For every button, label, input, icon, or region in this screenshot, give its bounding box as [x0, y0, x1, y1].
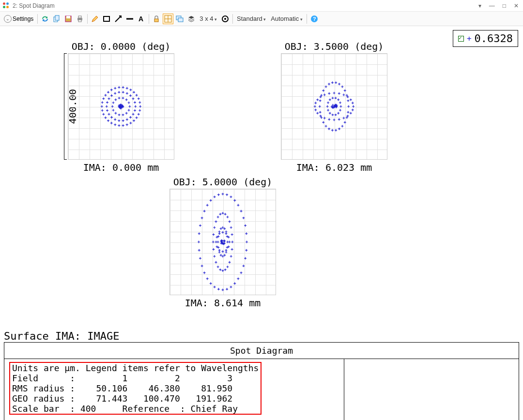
surface-label: Surface IMA: IMAGE: [0, 328, 523, 342]
rectangle-tool-icon[interactable]: [101, 14, 112, 24]
svg-rect-7: [104, 16, 109, 21]
separator: [232, 14, 233, 24]
table-header: Spot Diagram: [4, 343, 519, 359]
dropdown-window-icon[interactable]: ▾: [477, 2, 483, 9]
target-icon[interactable]: [220, 14, 231, 24]
separator: [37, 14, 38, 24]
spot-grid: [68, 53, 174, 160]
spot-ima-label: IMA: 8.614 mm: [169, 297, 276, 309]
spot-grid: [281, 53, 387, 160]
wavelength-value: 0.6328: [475, 32, 513, 45]
spot-panel-2: OBJ: 3.5000 (deg) IMA: 6.023 mm: [281, 41, 387, 173]
spot-plot: [281, 54, 387, 159]
svg-rect-15: [178, 18, 183, 22]
mode-standard-dropdown[interactable]: Standard: [235, 15, 268, 22]
separator: [87, 14, 88, 24]
refresh-icon[interactable]: [40, 14, 50, 24]
toolbar: ⌄ Settings A 3 x 4 Standard Automatic ?: [0, 12, 523, 26]
svg-rect-10: [154, 19, 158, 22]
crosshair-icon[interactable]: [163, 14, 173, 24]
svg-rect-1: [55, 15, 59, 20]
copy-icon[interactable]: [51, 14, 62, 24]
window-controls: ▾ — □ ✕: [477, 2, 520, 9]
app-icon: [3, 2, 10, 9]
info-right-cell: LENS.ZMX Configuration 1 of 1: [344, 359, 519, 420]
info-left-cell: Units are µm. Legend items refer to Wave…: [4, 359, 344, 420]
stats-text: Units are µm. Legend items refer to Wave…: [9, 362, 262, 415]
spot-title: OBJ: 5.0000 (deg): [169, 176, 276, 188]
spot-panel-1: OBJ: 0.0000 (deg) 400.00 IMA: 0.000 mm: [68, 41, 174, 173]
svg-rect-5: [78, 16, 81, 18]
line-tool-icon[interactable]: [124, 14, 135, 24]
svg-text:A: A: [138, 15, 143, 23]
chevron-down-icon: ⌄: [4, 15, 12, 23]
help-icon[interactable]: ?: [309, 14, 320, 24]
close-icon[interactable]: ✕: [512, 2, 520, 9]
spot-ima-label: IMA: 0.000 mm: [68, 162, 174, 173]
window-config-icon[interactable]: [174, 14, 185, 24]
spot-ima-label: IMA: 6.023 mm: [281, 162, 387, 173]
maximize-icon[interactable]: □: [501, 2, 508, 9]
pencil-icon[interactable]: [90, 14, 100, 24]
plot-canvas[interactable]: + 0.6328 OBJ: 0.0000 (deg) 400.00 IMA: 0…: [0, 26, 523, 328]
spot-plot: [170, 189, 276, 295]
spot-panel-3: OBJ: 5.0000 (deg) IMA: 8.614 mm: [169, 176, 276, 309]
spot-plot: [68, 54, 174, 159]
spot-title: OBJ: 3.5000 (deg): [281, 41, 387, 52]
mode-automatic-dropdown[interactable]: Automatic: [269, 15, 304, 22]
separator: [149, 14, 149, 24]
layers-icon[interactable]: [186, 14, 197, 24]
grid-size-dropdown[interactable]: 3 x 4: [198, 15, 219, 22]
wavelength-legend: + 0.6328: [453, 30, 518, 47]
save-icon[interactable]: [63, 14, 74, 24]
settings-button[interactable]: ⌄ Settings: [2, 14, 35, 24]
arrow-tool-icon[interactable]: [113, 14, 123, 24]
svg-rect-6: [78, 20, 81, 22]
svg-rect-3: [66, 16, 70, 18]
settings-label: Settings: [13, 15, 33, 22]
info-table: Spot Diagram Units are µm. Legend items …: [4, 342, 519, 420]
lock-icon[interactable]: [151, 14, 162, 24]
separator: [307, 14, 307, 24]
plus-marker-icon: +: [467, 34, 472, 43]
svg-text:?: ?: [313, 16, 316, 22]
svg-point-17: [224, 18, 226, 20]
checkbox-icon[interactable]: [458, 36, 464, 42]
spot-grid: [169, 189, 276, 295]
print-icon[interactable]: [75, 14, 85, 24]
spot-title: OBJ: 0.0000 (deg): [68, 41, 174, 52]
text-tool-icon[interactable]: A: [136, 14, 147, 24]
window-title: 2: Spot Diagram: [13, 2, 55, 9]
scale-bar: [64, 53, 67, 160]
minimize-icon[interactable]: —: [488, 2, 496, 9]
title-bar: 2: Spot Diagram ▾ — □ ✕: [0, 0, 523, 12]
